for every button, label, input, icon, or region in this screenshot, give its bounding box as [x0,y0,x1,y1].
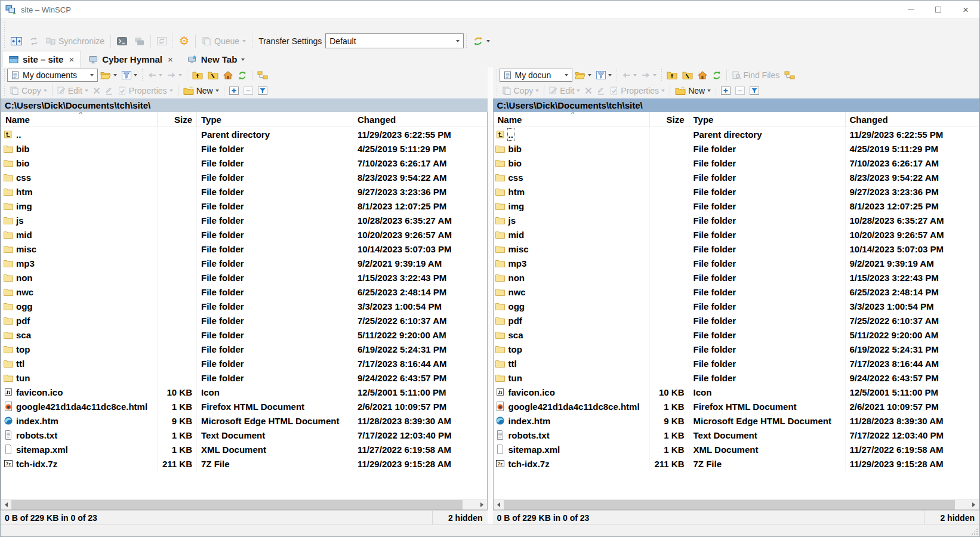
tab-cyber-hymnal[interactable]: Cyber Hymnal × [81,51,180,67]
tab-new-tab[interactable]: New Tab [180,51,252,67]
toolbar-grip[interactable] [251,33,254,48]
table-row[interactable]: tunFile folder9/24/2022 6:43:57 PM [494,371,979,385]
table-row[interactable]: 7ztch-idx.7z211 KB7Z File11/29/2023 9:15… [1,456,487,471]
table-row[interactable]: bioFile folder7/10/2023 6:26:17 AM [494,156,979,170]
table-row[interactable]: topFile folder6/19/2022 5:24:31 PM [494,342,979,356]
table-row[interactable]: mp3File folder9/2/2021 9:39:19 AM [1,256,487,270]
filter-button[interactable] [119,68,140,82]
table-row[interactable]: htmFile folder9/27/2023 3:23:36 PM [494,184,979,199]
tab-site-site[interactable]: site – site × [2,51,81,67]
table-row[interactable]: google421d1da4c11dc8ce.html1 KBFirefox H… [494,399,979,413]
new-button[interactable]: New [181,84,221,98]
table-row[interactable]: sitemap.xml1 KBXML Document11/27/2022 6:… [494,442,979,456]
root-directory-button[interactable] [680,68,695,82]
table-row[interactable]: bibFile folder4/25/2019 5:11:29 PM [494,141,979,156]
select-files-button[interactable] [227,84,241,98]
forward-button[interactable] [639,68,659,82]
table-row[interactable]: favicon.ico10 KBIcon12/5/2001 5:11:00 PM [494,385,979,399]
column-header-name[interactable]: Name ^ [494,112,650,126]
table-row[interactable]: oggFile folder3/3/2023 1:00:54 PM [1,299,487,313]
left-horizontal-scrollbar[interactable] [1,499,487,510]
transfer-settings-combobox[interactable]: Default [325,33,464,48]
table-row[interactable]: cssFile folder8/23/2023 9:54:22 AM [1,170,487,184]
table-row[interactable]: ttlFile folder7/17/2023 8:16:44 AM [494,356,979,371]
table-row[interactable]: midFile folder10/20/2023 9:26:57 AM [494,227,979,242]
left-status-hidden[interactable]: 2 hidden [433,511,488,524]
right-horizontal-scrollbar[interactable] [494,499,979,510]
selection-filter-button[interactable] [747,84,762,98]
scroll-left-arrow[interactable] [494,500,504,510]
toolbar-grip[interactable] [495,69,498,81]
table-row[interactable]: bibFile folder4/25/2019 5:11:29 PM [1,141,487,156]
table-row[interactable]: nwcFile folder6/25/2023 2:48:14 PM [1,285,487,299]
close-button[interactable]: × [952,1,979,18]
minimize-button[interactable] [897,1,924,18]
table-row[interactable]: mp3File folder9/2/2021 9:39:19 AM [494,256,979,270]
table-row[interactable]: bioFile folder7/10/2023 6:26:17 AM [1,156,487,170]
table-row[interactable]: index.htm9 KBMicrosoft Edge HTML Documen… [1,413,487,428]
toolbar-grip[interactable] [615,69,618,81]
directory-tree-button[interactable] [255,68,270,82]
edit-button[interactable]: Edit [547,84,583,98]
toolbar-grip[interactable] [3,69,6,81]
maximize-button[interactable] [924,1,952,18]
table-row[interactable]: imgFile folder8/1/2023 12:07:25 PM [494,199,979,213]
scrollbar-thumb[interactable] [504,500,955,510]
right-status-hidden[interactable]: 2 hidden [924,511,979,524]
back-button[interactable] [620,68,639,82]
panel-divider[interactable] [488,67,493,524]
right-address-combobox[interactable]: My docun [500,69,572,82]
table-row[interactable]: favicon.ico10 KBIcon12/5/2001 5:11:00 PM [1,385,487,399]
refresh-button[interactable] [710,68,724,82]
table-row[interactable]: ..Parent directory11/29/2023 6:22:55 PM [1,127,487,141]
home-directory-button[interactable] [221,68,235,82]
toolbar-grip[interactable] [714,85,717,97]
table-row[interactable]: 7ztch-idx.7z211 KB7Z File11/29/2023 9:15… [494,456,979,471]
column-header-size[interactable]: Size [650,112,689,126]
root-directory-button[interactable] [205,68,221,82]
tab-close-icon[interactable]: × [168,54,173,64]
refresh-button[interactable] [235,68,249,82]
refresh-session-button[interactable] [153,32,170,50]
transfer-options-button[interactable] [469,32,494,50]
table-row[interactable]: scaFile folder5/11/2022 9:20:00 AM [494,328,979,342]
forward-button[interactable] [165,68,184,82]
table-row[interactable]: sitemap.xml1 KBXML Document11/27/2022 6:… [1,442,487,456]
table-row[interactable]: google421d1da4c11dc8ce.html1 KBFirefox H… [1,399,487,413]
scroll-left-arrow[interactable] [1,500,11,510]
toolbar-grip[interactable] [465,33,468,48]
table-row[interactable]: nwcFile folder6/25/2023 2:48:14 PM [494,285,979,299]
toolbar-grip[interactable] [171,33,174,48]
table-row[interactable]: cssFile folder8/23/2023 9:54:22 AM [494,170,979,184]
synchronize-browsing-button[interactable] [26,32,42,50]
delete-button[interactable] [583,84,594,98]
toolbar-grip[interactable] [660,69,663,81]
scrollbar-track[interactable] [504,500,969,510]
rename-button[interactable] [103,84,116,98]
table-row[interactable]: robots.txt1 KBText Document7/17/2022 12:… [494,428,979,442]
synchronize-button[interactable]: Synchronize [42,32,108,50]
unselect-files-button[interactable] [241,84,255,98]
select-files-button[interactable] [719,84,733,98]
open-session-console-button[interactable] [131,32,148,50]
find-files-button[interactable]: Find Files [729,68,782,82]
table-row[interactable]: ttlFile folder7/17/2023 8:16:44 AM [1,356,487,371]
toolbar-grip[interactable] [186,69,189,81]
selection-filter-button[interactable] [255,84,270,98]
table-row[interactable]: jsFile folder10/28/2023 6:35:27 AM [494,213,979,227]
table-row[interactable]: ..Parent directory11/29/2023 6:22:55 PM [494,127,979,141]
unselect-files-button[interactable] [733,84,747,98]
table-row[interactable]: robots.txt1 KBText Document7/17/2022 12:… [1,428,487,442]
copy-button[interactable]: Copy [500,84,542,98]
column-header-changed[interactable]: Changed [846,112,979,126]
scroll-right-arrow[interactable] [969,500,979,510]
table-row[interactable]: miscFile folder10/14/2023 5:07:03 PM [1,242,487,256]
table-row[interactable]: imgFile folder8/1/2023 12:07:25 PM [1,199,487,213]
new-button[interactable]: New [673,84,713,98]
toolbar-grip[interactable] [3,22,6,48]
scrollbar-track[interactable] [11,500,477,510]
tab-close-icon[interactable]: × [69,54,74,64]
column-header-type[interactable]: Type [197,112,353,126]
table-row[interactable]: index.htm9 KBMicrosoft Edge HTML Documen… [494,413,979,428]
queue-button[interactable]: Queue [198,32,249,50]
